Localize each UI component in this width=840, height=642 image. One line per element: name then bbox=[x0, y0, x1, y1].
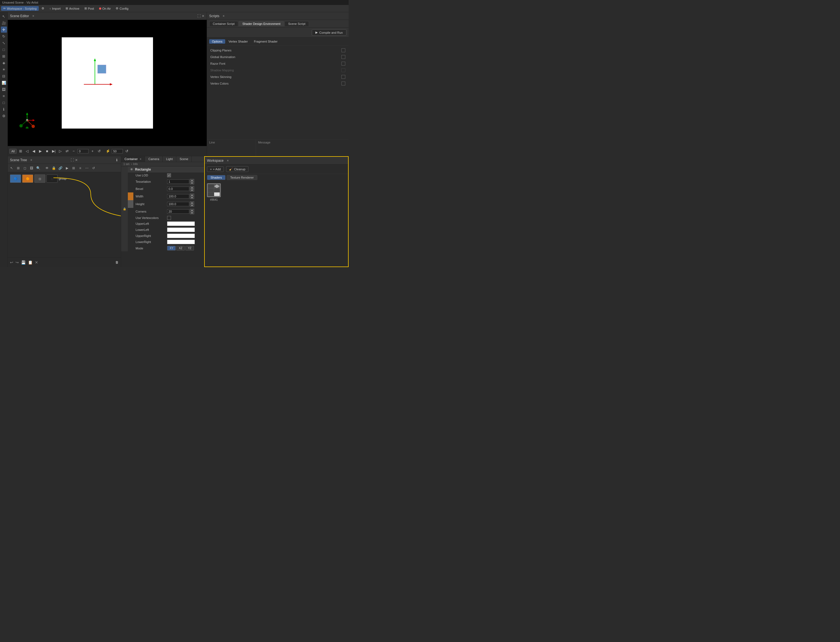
bevel-input[interactable] bbox=[167, 186, 189, 191]
toolbar-select[interactable]: ↖ bbox=[1, 13, 7, 19]
scene-next[interactable]: ▶| bbox=[51, 149, 57, 154]
clipping-planes-checkbox[interactable] bbox=[341, 49, 345, 52]
tree-play-icon[interactable]: ▶ bbox=[64, 165, 70, 171]
scene-loop[interactable]: ⇄ bbox=[64, 149, 70, 154]
config-menu-item[interactable]: ⚙ Config bbox=[114, 6, 131, 11]
width-input[interactable] bbox=[167, 194, 189, 198]
upperright-color[interactable] bbox=[167, 233, 195, 238]
archive-menu-item[interactable]: ⊞ Archive bbox=[63, 6, 81, 11]
scene-keyframe-icon[interactable]: ⊞ bbox=[18, 149, 23, 154]
corners-up[interactable]: ▲ bbox=[190, 209, 194, 211]
toolbar-camera[interactable]: 🎥 bbox=[1, 20, 7, 26]
footer-redo[interactable]: ↪ bbox=[16, 260, 19, 264]
vertex-colors-checkbox[interactable] bbox=[341, 81, 345, 86]
workspace-menu-item[interactable]: ✏ Workspace - Scripting bbox=[1, 6, 39, 11]
mode-xz[interactable]: XZ bbox=[176, 246, 185, 251]
workspace-cleanup-button[interactable]: 🧹 Cleanup bbox=[226, 166, 249, 172]
workspace-tab-texture[interactable]: Texture Renderer bbox=[227, 175, 257, 180]
compile-run-button[interactable]: ▶ Compile and Run bbox=[312, 29, 346, 36]
toolbar-settings[interactable]: ⚙ bbox=[1, 113, 7, 119]
footer-delete[interactable]: ✕ bbox=[35, 260, 38, 264]
scene-editor-close[interactable]: × bbox=[32, 14, 34, 18]
tree-lock-icon[interactable]: 🔒 bbox=[51, 165, 57, 171]
toolbar-light-tool[interactable]: ☀ bbox=[1, 66, 7, 73]
scene-tree-close[interactable]: × bbox=[30, 158, 32, 162]
bevel-up[interactable]: ▲ bbox=[190, 186, 194, 189]
tree-find-icon[interactable]: 🔍 bbox=[36, 165, 41, 171]
tree-list-icon[interactable]: ≡ bbox=[78, 165, 83, 171]
all-button[interactable]: All bbox=[10, 149, 16, 154]
use-lod-checkbox[interactable]: ✓ bbox=[167, 173, 171, 177]
workspace-tab-shaders[interactable]: Shaders bbox=[207, 175, 226, 180]
scene-tree-info-icon[interactable]: ℹ bbox=[116, 158, 118, 162]
expand-icon[interactable]: ⛶ bbox=[197, 14, 201, 18]
speed-icon[interactable]: ⚡ bbox=[105, 149, 110, 154]
toolbar-2d[interactable]: □ bbox=[1, 47, 7, 52]
scene-plus[interactable]: + bbox=[89, 149, 95, 154]
toolbar-move[interactable]: ✛ bbox=[1, 26, 7, 32]
tab-scene-script[interactable]: Scene Script bbox=[284, 21, 309, 26]
toolbar-info[interactable]: ℹ bbox=[1, 106, 7, 112]
tree-refresh-icon[interactable]: ↺ bbox=[91, 165, 96, 171]
mode-xy[interactable]: XY bbox=[167, 246, 176, 251]
tree-eye-icon[interactable]: 👁 bbox=[44, 165, 50, 171]
upperleft-color[interactable] bbox=[167, 222, 195, 226]
toolbar-box[interactable]: □ bbox=[1, 99, 7, 105]
toolbar-scale[interactable]: ⤡ bbox=[1, 40, 7, 46]
workspace-close[interactable]: × bbox=[227, 159, 229, 162]
scene-minus[interactable]: − bbox=[71, 149, 76, 154]
toolbar-rotate[interactable]: ↻ bbox=[1, 33, 7, 39]
tab-container-script[interactable]: Container Script bbox=[209, 21, 238, 26]
tree-item-group[interactable]: 🔵 🟠 ◻ ◻ group bbox=[9, 173, 120, 184]
container-tab-container[interactable]: Container × bbox=[121, 156, 145, 162]
mode-yz[interactable]: YZ bbox=[185, 246, 194, 251]
scene-tree-close-icon[interactable]: ✕ bbox=[75, 158, 78, 162]
scripts-close[interactable]: × bbox=[223, 14, 225, 18]
scene-tree-expand[interactable]: ⛶ bbox=[71, 158, 74, 162]
toolbar-image[interactable]: 🖼 bbox=[1, 86, 7, 92]
on-air-menu-item[interactable]: On Air bbox=[97, 6, 113, 11]
global-illumination-checkbox[interactable] bbox=[341, 55, 345, 59]
toolbar-chart[interactable]: 📊 bbox=[1, 79, 7, 86]
tree-grid-icon[interactable]: ⊞ bbox=[71, 165, 76, 171]
tree-geom-icon[interactable]: ◻ bbox=[22, 165, 28, 171]
corners-input[interactable] bbox=[167, 209, 189, 214]
container-tab-camera[interactable]: Camera bbox=[145, 156, 163, 162]
tree-more-icon[interactable]: ⋯ bbox=[84, 165, 89, 171]
footer-save-as[interactable]: 📋 bbox=[28, 260, 32, 264]
lowerright-color[interactable] bbox=[167, 240, 195, 244]
scene-next-key[interactable]: ▷ bbox=[58, 149, 63, 154]
shader-item-8641[interactable]: #8641 bbox=[207, 183, 221, 201]
workspace-add-button[interactable]: + + Add bbox=[207, 167, 224, 172]
toolbar-grid[interactable]: ⊟ bbox=[1, 73, 7, 79]
speed-input[interactable] bbox=[112, 149, 123, 154]
toolbar-group[interactable]: ⊞ bbox=[1, 53, 7, 59]
footer-trash[interactable]: 🗑 bbox=[115, 261, 119, 264]
tree-group-icon[interactable]: ⊞ bbox=[16, 165, 21, 171]
scene-refresh[interactable]: ↺ bbox=[96, 149, 102, 154]
width-up[interactable]: ▲ bbox=[190, 193, 194, 196]
height-input[interactable] bbox=[167, 202, 189, 206]
toolbar-material[interactable]: ◈ bbox=[1, 60, 7, 66]
width-down[interactable]: ▼ bbox=[190, 196, 194, 199]
post-menu-item[interactable]: ⊞ Post bbox=[82, 6, 96, 11]
footer-save[interactable]: 💾 bbox=[21, 260, 26, 264]
container-tab-close[interactable]: × bbox=[140, 157, 141, 160]
footer-undo[interactable]: ↩ bbox=[10, 260, 13, 264]
close-panel-icon[interactable]: ✕ bbox=[202, 14, 205, 18]
use-vertexcolors-checkbox[interactable] bbox=[167, 216, 171, 220]
import-menu-item[interactable]: ↑ Import bbox=[47, 6, 63, 11]
lowerleft-color[interactable] bbox=[167, 227, 195, 232]
scene-prev[interactable]: ◀ bbox=[31, 149, 37, 154]
vertex-skinning-checkbox[interactable] bbox=[341, 75, 345, 79]
tab-shader-design[interactable]: Shader Design Environment bbox=[239, 21, 284, 26]
scene-play[interactable]: ▶ bbox=[37, 149, 43, 154]
tree-select-icon[interactable]: ↖ bbox=[9, 165, 15, 171]
container-tab-scene[interactable]: Scene bbox=[176, 156, 192, 162]
options-tab[interactable]: Options bbox=[209, 39, 225, 44]
bevel-down[interactable]: ▼ bbox=[190, 189, 194, 191]
tesselation-up[interactable]: ▲ bbox=[190, 179, 194, 182]
tree-link-icon[interactable]: 🔗 bbox=[58, 165, 63, 171]
toolbar-layers[interactable]: ≡ bbox=[1, 93, 7, 99]
speed-refresh[interactable]: ↺ bbox=[124, 149, 130, 154]
